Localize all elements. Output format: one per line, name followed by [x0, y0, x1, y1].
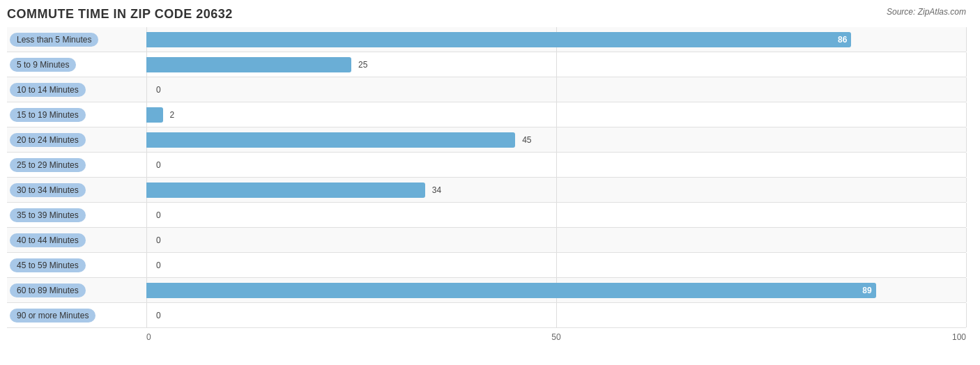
bar-value-label: 0: [155, 235, 161, 245]
bar-area: 25: [146, 52, 966, 77]
x-tick-0: 0: [146, 332, 151, 342]
chart-container: COMMUTE TIME IN ZIP CODE 20632 Source: Z…: [0, 0, 980, 365]
bars-container: Less than 5 Minutes865 to 9 Minutes2510 …: [7, 27, 966, 328]
bar-label-area: 10 to 14 Minutes: [7, 83, 146, 97]
bar-label: 5 to 9 Minutes: [10, 58, 76, 72]
bar-label: 10 to 14 Minutes: [10, 83, 86, 97]
bar-value-label: 0: [155, 210, 161, 220]
bar-value-label: 86: [838, 35, 847, 45]
bar-value-label: 34: [429, 185, 441, 195]
bar-area: 0: [146, 253, 966, 277]
bar-label: 30 to 34 Minutes: [10, 183, 86, 197]
bar-label-area: Less than 5 Minutes: [7, 33, 146, 47]
bar-area: 2: [146, 102, 966, 127]
bar-label-area: 5 to 9 Minutes: [7, 58, 146, 72]
bar-label: 45 to 59 Minutes: [10, 258, 86, 272]
bar-label-area: 35 to 39 Minutes: [7, 208, 146, 222]
bar-row: 25 to 29 Minutes0: [7, 153, 966, 178]
bar-label-area: 90 or more Minutes: [7, 309, 146, 323]
bar-row: 60 to 89 Minutes89: [7, 278, 966, 303]
bar-value-label: 0: [155, 160, 161, 170]
bar-label: 60 to 89 Minutes: [10, 284, 86, 297]
bar-row: 15 to 19 Minutes2: [7, 102, 966, 127]
bar-area: 0: [146, 77, 966, 102]
bar-area: 86: [146, 27, 966, 52]
bar-fill: [146, 107, 163, 123]
bar-area: 0: [146, 303, 966, 327]
bar-label: 40 to 44 Minutes: [10, 233, 86, 247]
bar-value-label: 2: [167, 110, 175, 120]
bar-label: Less than 5 Minutes: [10, 33, 98, 47]
bar-row: 45 to 59 Minutes0: [7, 253, 966, 278]
chart-wrapper: Less than 5 Minutes865 to 9 Minutes2510 …: [7, 27, 966, 332]
bar-value-label: 45: [519, 135, 531, 145]
bar-area: 0: [146, 203, 966, 227]
bar-row: 10 to 14 Minutes0: [7, 77, 966, 102]
bar-label: 35 to 39 Minutes: [10, 208, 86, 222]
bar-label: 25 to 29 Minutes: [10, 158, 86, 172]
bar-label-area: 60 to 89 Minutes: [7, 284, 146, 297]
bar-area: 0: [146, 228, 966, 252]
bar-row: 20 to 24 Minutes45: [7, 127, 966, 153]
bar-row: 35 to 39 Minutes0: [7, 203, 966, 228]
bar-value-label: 0: [155, 311, 161, 320]
bar-label-area: 25 to 29 Minutes: [7, 158, 146, 172]
bar-area: 0: [146, 153, 966, 177]
bar-area: 89: [146, 278, 966, 302]
chart-title: COMMUTE TIME IN ZIP CODE 20632: [7, 7, 966, 22]
bar-label: 90 or more Minutes: [10, 309, 95, 323]
source-label: Source: ZipAtlas.com: [887, 7, 966, 17]
bar-label: 15 to 19 Minutes: [10, 108, 86, 122]
bar-label-area: 40 to 44 Minutes: [7, 233, 146, 247]
bar-label-area: 45 to 59 Minutes: [7, 258, 146, 272]
bar-fill: 89: [146, 283, 876, 298]
bar-value-label: 0: [155, 85, 161, 95]
bar-fill: [146, 132, 515, 148]
x-tick-50: 50: [551, 332, 560, 342]
bar-area: 34: [146, 178, 966, 202]
bar-row: 30 to 34 Minutes34: [7, 178, 966, 203]
bar-value-label: 0: [155, 261, 161, 270]
bar-value-label: 89: [862, 286, 871, 295]
bar-label-area: 15 to 19 Minutes: [7, 108, 146, 122]
bar-fill: [146, 57, 351, 72]
bar-fill: [146, 182, 425, 198]
x-tick-100: 100: [952, 332, 966, 342]
bar-row: 5 to 9 Minutes25: [7, 52, 966, 77]
bar-fill: 86: [146, 32, 851, 47]
bar-row: 40 to 44 Minutes0: [7, 228, 966, 253]
bar-value-label: 25: [355, 60, 367, 70]
bar-area: 45: [146, 127, 966, 152]
bar-row: 90 or more Minutes0: [7, 303, 966, 328]
bar-label-area: 30 to 34 Minutes: [7, 183, 146, 197]
bar-label: 20 to 24 Minutes: [10, 133, 86, 147]
bar-row: Less than 5 Minutes86: [7, 27, 966, 52]
bar-label-area: 20 to 24 Minutes: [7, 133, 146, 147]
